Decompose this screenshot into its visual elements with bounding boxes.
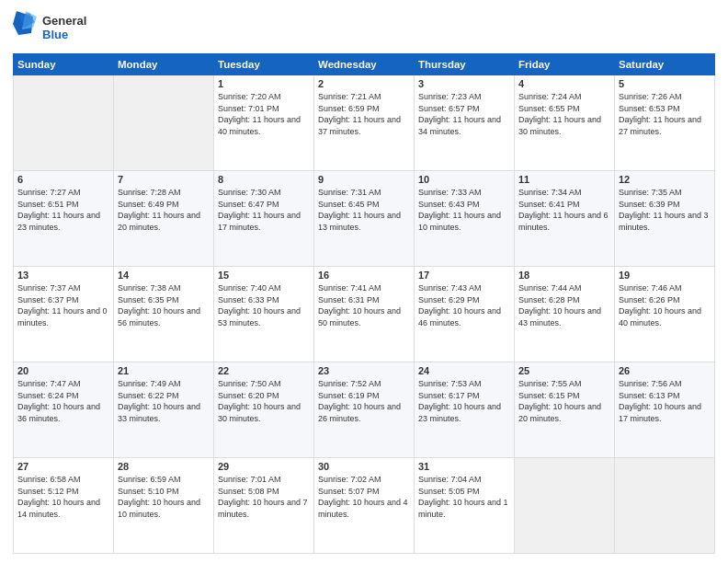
day-number: 29 [218,461,310,472]
day-number: 18 [518,270,610,281]
calendar-week-row: 13Sunrise: 7:37 AMSunset: 6:37 PMDayligh… [14,267,715,362]
calendar-cell: 10Sunrise: 7:33 AMSunset: 6:43 PMDayligh… [415,171,515,267]
calendar-cell: 12Sunrise: 7:35 AMSunset: 6:39 PMDayligh… [615,171,715,267]
day-info: Sunrise: 7:46 AMSunset: 6:26 PMDaylight:… [619,282,711,328]
day-number: 25 [518,365,610,376]
calendar-week-row: 27Sunrise: 6:58 AMSunset: 5:12 PMDayligh… [14,458,715,554]
calendar-header-row: SundayMondayTuesdayWednesdayThursdayFrid… [14,54,715,75]
weekday-header: Thursday [415,54,515,75]
day-number: 30 [318,461,410,472]
calendar-cell [14,75,114,171]
day-number: 21 [118,365,210,376]
day-number: 1 [218,78,310,89]
calendar-cell: 6Sunrise: 7:27 AMSunset: 6:51 PMDaylight… [14,171,114,267]
calendar-cell [114,75,214,171]
weekday-header: Tuesday [214,54,314,75]
day-number: 6 [17,174,109,185]
day-info: Sunrise: 7:31 AMSunset: 6:45 PMDaylight:… [318,187,410,233]
day-number: 16 [318,270,410,281]
day-info: Sunrise: 6:58 AMSunset: 5:12 PMDaylight:… [17,474,109,520]
day-info: Sunrise: 7:02 AMSunset: 5:07 PMDaylight:… [318,474,410,520]
day-number: 15 [218,270,310,281]
day-number: 17 [418,270,510,281]
day-number: 4 [518,78,610,89]
day-info: Sunrise: 7:26 AMSunset: 6:53 PMDaylight:… [619,91,711,137]
calendar-cell: 2Sunrise: 7:21 AMSunset: 6:59 PMDaylight… [314,75,415,171]
day-number: 22 [218,365,310,376]
calendar-cell: 28Sunrise: 6:59 AMSunset: 5:10 PMDayligh… [114,458,214,554]
day-number: 14 [118,270,210,281]
calendar-cell: 19Sunrise: 7:46 AMSunset: 6:26 PMDayligh… [615,267,715,362]
weekday-header: Saturday [615,54,715,75]
calendar-cell: 24Sunrise: 7:53 AMSunset: 6:17 PMDayligh… [415,362,515,458]
calendar-cell: 16Sunrise: 7:41 AMSunset: 6:31 PMDayligh… [314,267,415,362]
day-info: Sunrise: 7:28 AMSunset: 6:49 PMDaylight:… [118,187,210,233]
day-number: 23 [318,365,410,376]
calendar-cell: 13Sunrise: 7:37 AMSunset: 6:37 PMDayligh… [14,267,114,362]
day-number: 9 [318,174,410,185]
calendar-week-row: 6Sunrise: 7:27 AMSunset: 6:51 PMDaylight… [14,171,715,267]
day-number: 20 [17,365,109,376]
day-number: 24 [418,365,510,376]
day-number: 3 [418,78,510,89]
calendar-cell: 25Sunrise: 7:55 AMSunset: 6:15 PMDayligh… [515,362,615,458]
day-number: 13 [17,270,109,281]
calendar-cell: 4Sunrise: 7:24 AMSunset: 6:55 PMDaylight… [515,75,615,171]
calendar-cell: 14Sunrise: 7:38 AMSunset: 6:35 PMDayligh… [114,267,214,362]
day-number: 27 [17,461,109,472]
day-info: Sunrise: 7:27 AMSunset: 6:51 PMDaylight:… [17,187,109,233]
calendar-cell: 31Sunrise: 7:04 AMSunset: 5:05 PMDayligh… [415,458,515,554]
calendar-week-row: 1Sunrise: 7:20 AMSunset: 7:01 PMDaylight… [14,75,715,171]
day-info: Sunrise: 7:24 AMSunset: 6:55 PMDaylight:… [518,91,610,137]
general-blue-logo: General Blue [13,9,96,48]
svg-text:Blue: Blue [42,28,68,41]
day-info: Sunrise: 7:21 AMSunset: 6:59 PMDaylight:… [318,91,410,137]
day-info: Sunrise: 7:43 AMSunset: 6:29 PMDaylight:… [418,282,510,328]
calendar-cell: 29Sunrise: 7:01 AMSunset: 5:08 PMDayligh… [214,458,314,554]
svg-text:General: General [42,14,86,28]
calendar-cell: 3Sunrise: 7:23 AMSunset: 6:57 PMDaylight… [415,75,515,171]
day-info: Sunrise: 7:30 AMSunset: 6:47 PMDaylight:… [218,187,310,233]
top-bar: General Blue [13,9,715,48]
calendar-cell: 9Sunrise: 7:31 AMSunset: 6:45 PMDaylight… [314,171,415,267]
day-info: Sunrise: 7:53 AMSunset: 6:17 PMDaylight:… [418,378,510,424]
day-number: 2 [318,78,410,89]
calendar-cell: 5Sunrise: 7:26 AMSunset: 6:53 PMDaylight… [615,75,715,171]
calendar-cell: 23Sunrise: 7:52 AMSunset: 6:19 PMDayligh… [314,362,415,458]
calendar-cell: 21Sunrise: 7:49 AMSunset: 6:22 PMDayligh… [114,362,214,458]
calendar-cell: 20Sunrise: 7:47 AMSunset: 6:24 PMDayligh… [14,362,114,458]
day-number: 10 [418,174,510,185]
day-info: Sunrise: 7:20 AMSunset: 7:01 PMDaylight:… [218,91,310,137]
day-info: Sunrise: 7:41 AMSunset: 6:31 PMDaylight:… [318,282,410,328]
day-info: Sunrise: 7:55 AMSunset: 6:15 PMDaylight:… [518,378,610,424]
calendar-cell: 8Sunrise: 7:30 AMSunset: 6:47 PMDaylight… [214,171,314,267]
calendar-cell: 11Sunrise: 7:34 AMSunset: 6:41 PMDayligh… [515,171,615,267]
weekday-header: Monday [114,54,214,75]
day-info: Sunrise: 7:52 AMSunset: 6:19 PMDaylight:… [318,378,410,424]
page: General Blue SundayMondayTuesdayWednesda… [0,0,728,563]
calendar-cell: 30Sunrise: 7:02 AMSunset: 5:07 PMDayligh… [314,458,415,554]
weekday-header: Sunday [14,54,114,75]
day-info: Sunrise: 7:49 AMSunset: 6:22 PMDaylight:… [118,378,210,424]
calendar-cell: 26Sunrise: 7:56 AMSunset: 6:13 PMDayligh… [615,362,715,458]
calendar-cell: 15Sunrise: 7:40 AMSunset: 6:33 PMDayligh… [214,267,314,362]
day-info: Sunrise: 7:50 AMSunset: 6:20 PMDaylight:… [218,378,310,424]
weekday-header: Friday [515,54,615,75]
day-number: 26 [619,365,711,376]
day-number: 11 [518,174,610,185]
day-info: Sunrise: 7:34 AMSunset: 6:41 PMDaylight:… [518,187,610,233]
day-info: Sunrise: 7:23 AMSunset: 6:57 PMDaylight:… [418,91,510,137]
day-number: 7 [118,174,210,185]
day-info: Sunrise: 7:44 AMSunset: 6:28 PMDaylight:… [518,282,610,328]
calendar-cell: 7Sunrise: 7:28 AMSunset: 6:49 PMDaylight… [114,171,214,267]
day-info: Sunrise: 7:37 AMSunset: 6:37 PMDaylight:… [17,282,109,328]
day-info: Sunrise: 7:35 AMSunset: 6:39 PMDaylight:… [619,187,711,233]
day-info: Sunrise: 7:04 AMSunset: 5:05 PMDaylight:… [418,474,510,520]
calendar-cell [515,458,615,554]
day-number: 8 [218,174,310,185]
day-number: 31 [418,461,510,472]
calendar-cell: 27Sunrise: 6:58 AMSunset: 5:12 PMDayligh… [14,458,114,554]
calendar-cell: 1Sunrise: 7:20 AMSunset: 7:01 PMDaylight… [214,75,314,171]
calendar-cell [615,458,715,554]
weekday-header: Wednesday [314,54,415,75]
